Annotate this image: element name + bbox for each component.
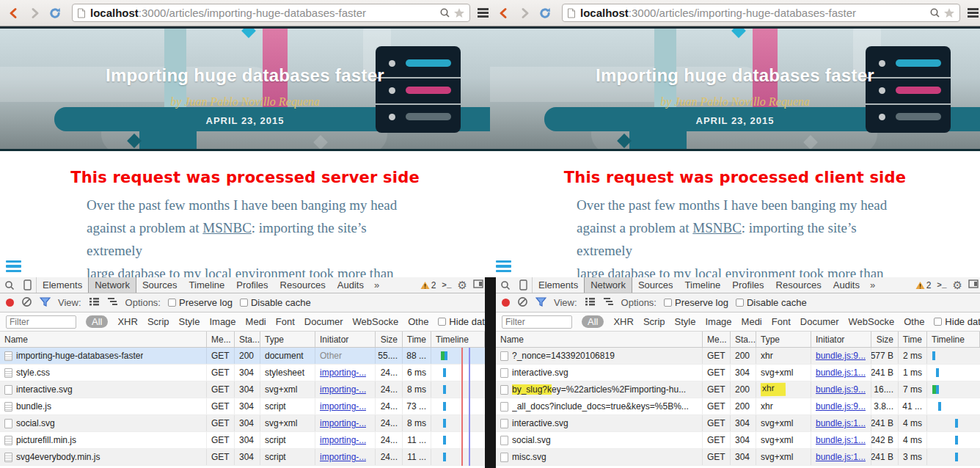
browser-menu-icon[interactable] [968, 7, 979, 20]
filter-all[interactable]: All [86, 315, 108, 328]
network-request-row[interactable]: bundle.js GET 304 script importing-... 2… [0, 398, 485, 415]
clear-icon[interactable] [21, 296, 32, 310]
hide-data-checkbox[interactable]: Hide data [934, 316, 980, 327]
bookmark-star-icon[interactable] [943, 7, 955, 18]
msnbc-link[interactable]: MSNBC [202, 220, 252, 235]
col-type[interactable]: Type [756, 332, 811, 347]
col-status[interactable]: Sta... [235, 332, 260, 347]
col-initiator[interactable]: Initiator [811, 332, 871, 347]
filter-font[interactable]: Font [772, 316, 791, 327]
initiator-link[interactable]: importing-... [320, 384, 366, 395]
filter-style[interactable]: Style [675, 316, 696, 327]
network-request-row[interactable]: misc.svg GET 304 svg+xml bundle.js:1... … [496, 449, 980, 466]
network-request-row[interactable]: ?_nonce=1433920106819 GET 200 xhr bundle… [496, 348, 980, 365]
filter-document[interactable]: Documer [800, 316, 839, 327]
initiator-link[interactable]: bundle.js:1... [816, 452, 866, 462]
initiator-link[interactable]: bundle.js:1... [816, 418, 866, 428]
tab-resources[interactable]: Resources [770, 277, 827, 293]
filter-input[interactable] [6, 315, 76, 329]
zoom-icon[interactable] [439, 7, 450, 18]
large-rows-icon[interactable] [89, 297, 100, 308]
disable-cache-checkbox[interactable]: Disable cache [736, 297, 807, 308]
site-menu-icon[interactable] [6, 258, 21, 275]
filter-xhr[interactable]: XHR [117, 316, 137, 327]
sort-timeline-icon[interactable] [107, 297, 118, 308]
initiator-link[interactable]: bundle.js:1... [816, 368, 866, 378]
filter-document[interactable]: Documer [304, 316, 343, 327]
record-button[interactable] [6, 299, 14, 307]
filter-other[interactable]: Othe [904, 316, 924, 327]
tab-network[interactable]: Network [584, 277, 632, 293]
device-mode-icon[interactable] [19, 277, 37, 293]
filter-websocket[interactable]: WebSocke [849, 316, 895, 327]
tab-resources[interactable]: Resources [274, 277, 332, 293]
browser-menu-icon[interactable] [478, 7, 489, 20]
col-size[interactable]: Size [871, 332, 899, 347]
network-request-row[interactable]: importing-huge-databases-faster GET 200 … [0, 348, 485, 365]
network-request-row[interactable]: by_slug?key=%22articles%2Fimporting-hu..… [496, 381, 980, 398]
col-type[interactable]: Type [260, 332, 315, 347]
network-request-row[interactable]: svg4everybody.min.js GET 304 script impo… [0, 449, 485, 466]
filter-image[interactable]: Image [705, 316, 731, 327]
inspect-search-icon[interactable] [0, 277, 19, 293]
warning-badge[interactable]: 2 [915, 280, 932, 290]
filter-funnel-icon[interactable] [535, 297, 546, 309]
network-request-row[interactable]: style.css GET 304 stylesheet importing-.… [0, 365, 485, 381]
more-tabs-chevron[interactable]: » [866, 279, 880, 290]
site-menu-icon[interactable] [496, 258, 511, 275]
bookmark-star-icon[interactable] [453, 7, 465, 18]
forward-button[interactable] [516, 5, 533, 21]
col-timeline[interactable]: Timeline [927, 332, 980, 347]
settings-gear-icon[interactable]: ⚙ [953, 279, 962, 290]
tab-timeline[interactable]: Timeline [183, 277, 231, 293]
initiator-link[interactable]: importing-... [320, 435, 366, 445]
url-bar[interactable]: localhost:3000/articles/importing-huge-d… [562, 4, 960, 22]
filter-other[interactable]: Othe [408, 316, 428, 327]
tab-audits[interactable]: Audits [827, 277, 866, 293]
hide-data-checkbox[interactable]: Hide data [438, 316, 485, 327]
more-tabs-chevron[interactable]: » [370, 279, 384, 290]
initiator-link[interactable]: bundle.js:1... [816, 435, 866, 445]
dock-side-icon[interactable] [473, 279, 483, 290]
filter-media[interactable]: Medi [246, 316, 266, 327]
sort-timeline-icon[interactable] [603, 297, 614, 308]
preserve-log-checkbox[interactable]: Preserve log [664, 297, 728, 308]
tab-network[interactable]: Network [88, 277, 136, 293]
filter-websocket[interactable]: WebSocke [353, 316, 399, 327]
tab-sources[interactable]: Sources [632, 277, 679, 293]
col-size[interactable]: Size [376, 332, 403, 347]
filter-funnel-icon[interactable] [40, 297, 51, 309]
col-initiator[interactable]: Initiator [315, 332, 376, 347]
tab-audits[interactable]: Audits [332, 277, 370, 293]
initiator-link[interactable]: importing-... [320, 452, 366, 462]
tab-timeline[interactable]: Timeline [679, 277, 727, 293]
col-time[interactable]: Time [899, 332, 927, 347]
tab-elements[interactable]: Elements [533, 277, 584, 293]
console-drawer-icon[interactable]: >_ [937, 281, 946, 290]
initiator-link[interactable]: importing-... [320, 418, 366, 428]
col-method[interactable]: Me... [207, 332, 235, 347]
tab-profiles[interactable]: Profiles [726, 277, 769, 293]
initiator-link[interactable]: bundle.js:9... [816, 384, 866, 395]
device-mode-icon[interactable] [515, 277, 533, 293]
filter-media[interactable]: Medi [742, 316, 762, 327]
article-byline[interactable]: by Juan Pablo Novillo Requena [490, 95, 980, 109]
col-status[interactable]: Sta... [731, 332, 756, 347]
network-request-row[interactable]: social.svg GET 304 svg+xml importing-...… [0, 415, 485, 432]
initiator-link[interactable]: importing-... [320, 401, 366, 412]
warning-badge[interactable]: 2 [420, 280, 436, 290]
inspect-search-icon[interactable] [496, 277, 515, 293]
filter-script[interactable]: Scrip [147, 316, 169, 327]
initiator-link[interactable]: importing-... [320, 368, 366, 378]
initiator-link[interactable]: bundle.js:9... [816, 401, 866, 412]
reload-button[interactable] [47, 5, 63, 21]
network-request-row[interactable]: interactive.svg GET 304 svg+xml bundle.j… [496, 415, 980, 432]
col-name[interactable]: Name [0, 332, 207, 347]
zoom-icon[interactable] [929, 7, 940, 18]
network-request-row[interactable]: social.svg GET 304 svg+xml bundle.js:1..… [496, 432, 980, 449]
filter-style[interactable]: Style [179, 316, 200, 327]
preserve-log-checkbox[interactable]: Preserve log [168, 297, 233, 308]
col-timeline[interactable]: Timeline [431, 332, 485, 347]
console-drawer-icon[interactable]: >_ [442, 281, 451, 290]
col-method[interactable]: Me... [703, 332, 731, 347]
